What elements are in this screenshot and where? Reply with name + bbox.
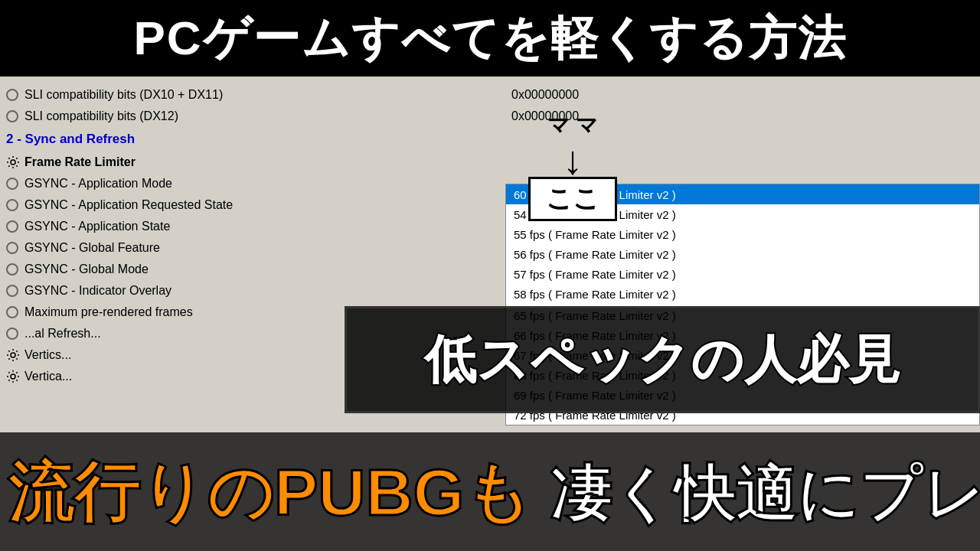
top-title-banner: PCゲームすべてを軽くする方法: [0, 0, 980, 77]
radio-icon-gsync-global-feature: [6, 242, 18, 254]
radio-icon-sli-dx12: [6, 110, 18, 122]
label-sli-dx12: SLI compatibility bits (DX12): [24, 109, 178, 123]
settings-row-gsync-global-mode[interactable]: GSYNC - Global Mode: [0, 259, 505, 280]
radio-icon-gsync-app-mode: [6, 178, 18, 190]
settings-row-gsync-app-state[interactable]: GSYNC - Application State: [0, 216, 505, 237]
radio-icon-gsync-app-state: [6, 220, 18, 233]
low-spec-text: 低スペックの人必見: [424, 325, 900, 395]
radio-icon-sli-dx10: [6, 89, 18, 101]
dropdown-item-58fps[interactable]: 58 fps ( Frame Rate Limiter v2 ): [506, 284, 979, 304]
bottom-text: 流行りのPUBGも 凄く快適にプレイできる！: [8, 459, 980, 525]
bottom-overlay: 流行りのPUBGも 凄く快適にプレイできる！: [0, 432, 980, 551]
arrow-down-icon: ↓: [563, 140, 583, 180]
settings-row-sli-dx12[interactable]: SLI compatibility bits (DX12): [0, 106, 505, 127]
value-sli-dx10: 0x00000000: [505, 84, 735, 106]
mama-text: マ マ: [547, 111, 598, 140]
label-gsync-app-state: GSYNC - Application State: [24, 220, 170, 233]
label-refresh-partial: ...al Refresh...: [24, 327, 101, 341]
radio-icon-gsync-global-mode: [6, 263, 18, 276]
svg-point-1: [11, 353, 15, 357]
radio-icon-gsync-requested: [6, 199, 18, 211]
radio-icon-gsync-indicator: [6, 285, 18, 297]
bottom-text-part2: 凄く快適にプレイできる！: [550, 460, 980, 528]
label-max-prerendered: Maximum pre-rendered frames: [24, 305, 193, 319]
label-gsync-global-feature: GSYNC - Global Feature: [24, 241, 160, 255]
arrow-annotation: マ マ ↓ ここ: [528, 111, 617, 221]
gear-icon-frame-rate: [6, 155, 20, 169]
settings-row-gsync-requested[interactable]: GSYNC - Application Requested State: [0, 194, 505, 216]
radio-icon-max-prerendered: [6, 306, 18, 318]
label-vertical-c: Vertics...: [24, 348, 71, 362]
label-gsync-requested: GSYNC - Application Requested State: [24, 198, 233, 212]
bottom-text-part1: 流行りのPUBGも: [8, 455, 531, 529]
settings-section-sync: 2 - Sync and Refresh: [0, 127, 505, 152]
gear-icon-vertical-c: [6, 348, 20, 362]
gear-icon-vertical-comp: [6, 370, 20, 383]
low-spec-overlay: 低スペックの人必見: [345, 306, 980, 413]
svg-point-0: [11, 160, 15, 165]
label-section-sync: 2 - Sync and Refresh: [6, 132, 135, 147]
dropdown-item-55fps[interactable]: 55 fps ( Frame Rate Limiter v2 ): [506, 224, 979, 244]
label-frame-rate-limiter: Frame Rate Limiter: [24, 155, 136, 169]
settings-row-gsync-indicator[interactable]: GSYNC - Indicator Overlay: [0, 280, 505, 302]
label-gsync-app-mode: GSYNC - Application Mode: [24, 177, 172, 191]
dropdown-item-56fps[interactable]: 56 fps ( Frame Rate Limiter v2 ): [506, 244, 979, 264]
label-gsync-global-mode: GSYNC - Global Mode: [24, 262, 149, 276]
label-sli-dx10: SLI compatibility bits (DX10 + DX11): [24, 88, 223, 102]
radio-icon-refresh-partial: [6, 328, 18, 340]
koko-label: ここ: [528, 177, 617, 221]
svg-point-2: [11, 374, 15, 379]
label-vertical-comp: Vertica...: [24, 370, 72, 383]
settings-row-gsync-app-mode[interactable]: GSYNC - Application Mode: [0, 173, 505, 194]
settings-row-gsync-global-feature[interactable]: GSYNC - Global Feature: [0, 237, 505, 259]
top-title-text: PCゲームすべてを軽くする方法: [133, 6, 846, 70]
dropdown-item-57fps[interactable]: 57 fps ( Frame Rate Limiter v2 ): [506, 264, 979, 284]
settings-row-frame-rate-limiter[interactable]: Frame Rate Limiter: [0, 152, 505, 173]
settings-row-sli-dx10[interactable]: SLI compatibility bits (DX10 + DX11): [0, 84, 505, 106]
label-gsync-indicator: GSYNC - Indicator Overlay: [24, 284, 172, 298]
